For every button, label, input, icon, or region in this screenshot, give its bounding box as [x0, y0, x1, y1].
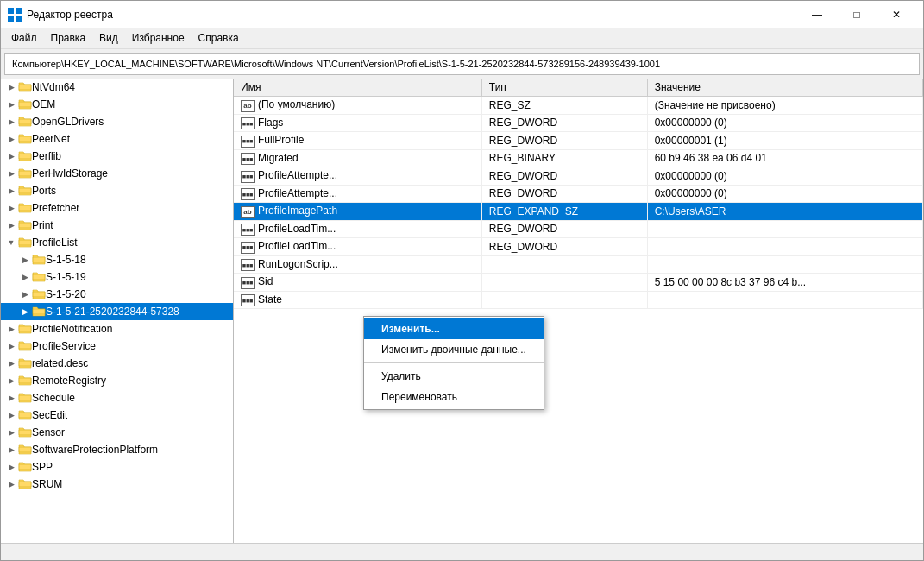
table-cell-type: [481, 291, 647, 309]
table-row[interactable]: ■■■ProfileLoadTim...REG_DWORD: [234, 220, 923, 238]
table-cell-name: ■■■State: [234, 291, 481, 309]
tree-item[interactable]: ▶ Print: [1, 217, 233, 234]
table-cell-type: REG_DWORD: [481, 132, 647, 150]
table-row[interactable]: ■■■FullProfileREG_DWORD0x00000001 (1): [234, 132, 923, 150]
tree-item[interactable]: ▶ OpenGLDrivers: [1, 113, 233, 130]
tree-arrow-icon: ▶: [4, 204, 18, 212]
tree-item[interactable]: ▶ Ports: [1, 182, 233, 199]
tree-item-label: PeerNet: [32, 133, 70, 145]
table-cell-type: REG_DWORD: [481, 167, 647, 186]
tree-arrow-icon: ▶: [4, 428, 18, 437]
table-row[interactable]: abProfileImagePathREG_EXPAND_SZC:\Users\…: [234, 203, 923, 221]
maximize-button[interactable]: □: [837, 6, 877, 23]
reg-icon-dword: ■■■: [241, 224, 255, 236]
tree-item[interactable]: ▶ related.desc: [1, 355, 233, 372]
table-cell-value: C:\Users\ASER: [647, 203, 922, 221]
tree-arrow-icon: ▶: [4, 394, 18, 402]
folder-icon: [18, 183, 32, 199]
close-button[interactable]: ✕: [877, 6, 916, 23]
table-row[interactable]: ■■■Sid5 15 00 00 00 8c b3 37 96 c4 b...: [234, 274, 923, 292]
table-cell-name: ■■■ProfileAttempte...: [234, 167, 481, 186]
tree-item[interactable]: ▶ PerHwIdStorage: [1, 165, 233, 182]
menu-item-избранное[interactable]: Избранное: [125, 30, 192, 47]
folder-icon: [18, 97, 32, 113]
tree-item[interactable]: ▶ NtVdm64: [1, 79, 233, 96]
tree-item[interactable]: ▶ SRUM: [1, 476, 233, 493]
tree-item-label: SecEdit: [32, 409, 67, 421]
tree-item-label: NtVdm64: [32, 81, 75, 93]
tree-arrow-icon: ▼: [4, 238, 18, 247]
tree-item-label: PerHwIdStorage: [32, 167, 108, 180]
tree-item[interactable]: ▶ Perflib: [1, 148, 233, 165]
context-menu-item[interactable]: Переименовать: [364, 387, 544, 407]
col-header-type[interactable]: Тип: [481, 79, 647, 97]
context-menu-item[interactable]: Изменить двоичные данные...: [364, 339, 544, 360]
folder-icon: [18, 407, 32, 424]
tree-panel[interactable]: ▶ NtVdm64▶ OEM▶ OpenGLDrivers▶ PeerNet▶ …: [1, 79, 234, 543]
table-cell-type: REG_DWORD: [481, 238, 647, 256]
tree-item-label: Print: [32, 219, 53, 231]
tree-item[interactable]: ▶ Prefetcher: [1, 199, 233, 217]
tree-item[interactable]: ▶ S-1-5-20: [1, 286, 233, 303]
table-row[interactable]: ■■■State: [234, 291, 923, 309]
context-menu-item[interactable]: Изменить...: [364, 318, 544, 339]
tree-item[interactable]: ▶ SecEdit: [1, 407, 233, 424]
folder-icon: [18, 425, 32, 441]
table-row[interactable]: ■■■MigratedREG_BINARY60 b9 46 38 ea 06 d…: [234, 149, 923, 167]
table-row[interactable]: ab(По умолчанию)REG_SZ(Значение не присв…: [234, 97, 923, 115]
table-row[interactable]: ■■■FlagsREG_DWORD0x00000000 (0): [234, 114, 923, 132]
tree-item[interactable]: ▶ ProfileService: [1, 337, 233, 355]
tree-item[interactable]: ▶ S-1-5-19: [1, 268, 233, 286]
tree-arrow-icon: ▶: [4, 186, 18, 195]
tree-arrow-icon: ▶: [18, 307, 32, 316]
tree-item-label: SRUM: [32, 478, 62, 490]
tree-item[interactable]: ▶ Schedule: [1, 389, 233, 407]
context-menu-item[interactable]: Удалить: [364, 366, 544, 387]
menu-item-вид[interactable]: Вид: [92, 30, 125, 47]
tree-item[interactable]: ▶ S-1-5-18: [1, 251, 233, 268]
table-row[interactable]: ■■■RunLogonScrip...: [234, 255, 923, 274]
minimize-button[interactable]: —: [797, 6, 837, 23]
table-row[interactable]: ■■■ProfileAttempte...REG_DWORD0x00000000…: [234, 167, 923, 186]
table-cell-type: [481, 255, 647, 274]
folder-icon: [18, 131, 32, 148]
window-title: Редактор реестра: [27, 9, 113, 21]
tree-item[interactable]: ▶ PeerNet: [1, 130, 233, 148]
tree-arrow-icon: ▶: [4, 480, 18, 489]
table-cell-value: 0x00000000 (0): [647, 185, 922, 203]
table-cell-name: ■■■ProfileAttempte...: [234, 185, 481, 203]
table-row[interactable]: ■■■ProfileLoadTim...REG_DWORD: [234, 238, 923, 256]
tree-item[interactable]: ▶ ProfileNotification: [1, 320, 233, 337]
tree-item-label: SPP: [32, 461, 53, 473]
tree-item[interactable]: ▶ RemoteRegistry: [1, 372, 233, 389]
tree-item[interactable]: ▶ SoftwareProtectionPlatform: [1, 441, 233, 458]
table-cell-name: ■■■ProfileLoadTim...: [234, 238, 481, 256]
table-row[interactable]: ■■■ProfileAttempte...REG_DWORD0x00000000…: [234, 185, 923, 203]
menu-item-справка[interactable]: Справка: [192, 30, 246, 47]
values-panel[interactable]: Имя Тип Значение ab(По умолчанию)REG_SZ(…: [234, 79, 923, 543]
folder-icon: [18, 235, 32, 251]
table-cell-type: REG_DWORD: [481, 185, 647, 203]
folder-icon: [18, 321, 32, 337]
table-cell-name: ■■■ProfileLoadTim...: [234, 220, 481, 238]
tree-item[interactable]: ▶ OEM: [1, 96, 233, 113]
tree-item[interactable]: ▶ Sensor: [1, 424, 233, 441]
tree-item-label: ProfileNotification: [32, 323, 112, 335]
table-cell-value: 5 15 00 00 00 8c b3 37 96 c4 b...: [647, 274, 922, 292]
col-header-value[interactable]: Значение: [647, 79, 922, 97]
tree-item[interactable]: ▶ S-1-5-21-2520232844-57328: [1, 303, 233, 320]
tree-item-label: S-1-5-19: [46, 271, 86, 283]
tree-item[interactable]: ▼ ProfileList: [1, 234, 233, 251]
tree-item[interactable]: ▶ SPP: [1, 458, 233, 476]
table-cell-type: REG_DWORD: [481, 114, 647, 132]
reg-icon-dword: ■■■: [241, 259, 255, 271]
tree-item-label: Sensor: [32, 426, 65, 438]
col-header-name[interactable]: Имя: [234, 79, 481, 97]
tree-item-label: Schedule: [32, 392, 75, 404]
menu-item-правка[interactable]: Правка: [44, 30, 93, 47]
menu-item-файл[interactable]: Файл: [4, 30, 44, 47]
tree-arrow-icon: ▶: [18, 290, 32, 299]
address-bar: Компьютер\HKEY_LOCAL_MACHINE\SOFTWARE\Mi…: [4, 53, 920, 75]
folder-icon: [18, 114, 32, 130]
tree-arrow-icon: ▶: [4, 359, 18, 368]
